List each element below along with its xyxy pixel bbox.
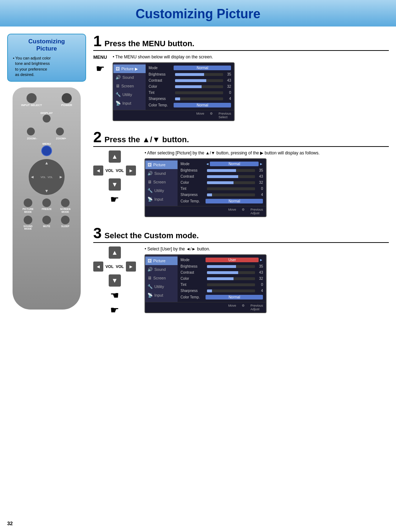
nav-up-arrow[interactable]: ▲ [44, 160, 49, 166]
step1-right: • The MENU shown below will display on t… [113, 54, 389, 121]
zoom-plus-button[interactable] [56, 128, 64, 135]
menu-group: MENU [18, 142, 76, 157]
step2-contrast-value: 43 [256, 174, 263, 178]
menu-item-utility-3[interactable]: 🔧Utility [145, 282, 178, 291]
step3-brightness-value: 35 [256, 264, 263, 268]
zoom-minus-button[interactable] [27, 128, 35, 135]
picture-icon-2: 🖼 [147, 162, 152, 167]
step3-down-btn[interactable]: ▼ [109, 274, 121, 287]
freeze-group: FREEZE [38, 198, 55, 213]
step2-sharpness-bar [207, 193, 255, 196]
sound-mode-label: SOUND MODE [20, 225, 36, 230]
step3-up-btn[interactable]: ▲ [109, 246, 121, 259]
mute-button[interactable] [42, 216, 51, 224]
step1-colortemp-label: Color Temp. [148, 103, 174, 107]
step1-colortemp-value: Normal [174, 103, 231, 107]
step3-color-row: Color 32 [178, 275, 266, 282]
step3-colortemp-row: Color Temp. Normal [178, 294, 266, 301]
sleep-button[interactable] [61, 216, 70, 224]
step2-up-btn[interactable]: ▲ [109, 150, 121, 163]
power-label: POWER [61, 104, 72, 107]
remote-control: INPUT SELECT POWER DISPLAY ZOOM– [13, 87, 81, 310]
step3-hand-right-icon: ☛ [110, 304, 119, 316]
menu-item-sound-1[interactable]: 🔊Sound [113, 73, 146, 82]
step2-left-arrow: ◄ [206, 162, 209, 166]
menu-item-picture-1[interactable]: 🖼Picture ▶ [113, 64, 146, 73]
menu-item-input-1[interactable]: 📡Input [113, 99, 146, 107]
step3-vol-right[interactable]: ► [126, 262, 136, 272]
menu-item-sound-2[interactable]: 🔊Sound [145, 169, 178, 178]
step1-menu-right: Mode Normal Brightness 35 Contrast [146, 63, 234, 110]
step1-sharpness-value: 4 [225, 97, 231, 101]
nav-left-arrow[interactable]: ◄ [30, 174, 34, 179]
nav-down-arrow[interactable]: ▼ [44, 188, 49, 193]
power-button[interactable] [62, 93, 72, 103]
sound-mode-button[interactable] [24, 216, 32, 224]
menu-item-screen-3[interactable]: 🖥Screen [145, 274, 178, 282]
step2-vol-left[interactable]: ◄ [93, 166, 103, 176]
display-button[interactable] [43, 115, 51, 123]
step2-color-bar [207, 181, 255, 184]
step2-colortemp-value: Normal [206, 199, 263, 203]
menu-item-picture-2[interactable]: 🖼Picture [145, 160, 178, 169]
sound-icon-3: 🔊 [147, 267, 153, 272]
step2-tint-row: Tint 0 [178, 186, 266, 192]
menu-item-utility-1[interactable]: 🔧Utility [113, 90, 146, 99]
step1-sharpness-bar [175, 97, 223, 100]
step1-tint-row: Tint 0 [146, 90, 234, 96]
step2-nav-diagram: ▲ ◄ VOL VOL ► ▼ ☛ [93, 150, 136, 205]
step3-brightness-label: Brightness [180, 264, 206, 268]
picture-mode-button[interactable] [24, 198, 32, 207]
step2-vol-right[interactable]: ► [126, 166, 136, 176]
step2-footer: Move ⚙ PreviousAdjust [145, 206, 266, 216]
step3-menu-left: 🖼Picture 🔊Sound 🖥Screen 🔧Utility 📡Input [145, 255, 178, 302]
step2-menu-left: 🖼Picture 🔊Sound 🖥Screen 🔧Utility 📡Input [145, 159, 178, 206]
customizing-box: CustomizingPicture • You can adjust colo… [7, 34, 86, 82]
menu-item-input-2[interactable]: 📡Input [145, 195, 178, 203]
step3-brightness-bar [207, 265, 255, 268]
freeze-button[interactable] [42, 198, 51, 207]
step3-sharpness-row: Sharpness 4 [178, 288, 266, 294]
step3-header: 3 Select the Custom mode. [93, 226, 389, 243]
menu-item-screen-1[interactable]: 🖥Screen [113, 82, 146, 90]
screen-icon-2: 🖥 [147, 179, 152, 184]
step1-brightness-label: Brightness [148, 72, 174, 76]
step1-number: 1 [93, 34, 102, 49]
step1-footer-move: Move [196, 112, 204, 119]
menu-item-picture-3[interactable]: 🖼Picture [145, 257, 178, 265]
menu-item-utility-2[interactable]: 🔧Utility [145, 186, 178, 195]
step3-vol-left[interactable]: ◄ [93, 262, 103, 272]
step3-contrast-row: Contrast 43 [178, 269, 266, 275]
step3-footer-action: PreviousAdjust [250, 304, 263, 311]
picture-mode-label: PICTURE MODE [20, 208, 36, 213]
step1-brightness-row: Brightness 35 [146, 71, 234, 77]
nav-right-arrow[interactable]: ► [59, 174, 63, 179]
step2-down-btn[interactable]: ▼ [109, 178, 121, 191]
step1-tint-label: Tint [148, 91, 174, 95]
menu-item-sound-3[interactable]: 🔊Sound [145, 265, 178, 274]
step3-vol-label-right: VOL [116, 264, 124, 269]
sleep-label: SLEEP [61, 225, 70, 228]
input-icon-2: 📡 [147, 197, 153, 202]
step1-color-label: Color [148, 85, 174, 88]
step3-menu-inner: 🖼Picture 🔊Sound 🖥Screen 🔧Utility 📡Input … [145, 255, 266, 302]
menu-item-input-3[interactable]: 📡Input [145, 291, 178, 299]
step1-contrast-row: Contrast 43 [146, 77, 234, 83]
step1-diagram: MENU ☛ [93, 54, 107, 75]
step2-title: Press the ▲/▼ button. [104, 135, 189, 144]
menu-button[interactable] [41, 145, 52, 156]
input-icon-1: 📡 [116, 101, 121, 106]
screen-icon-1: 🖥 [116, 83, 120, 88]
screen-mode-button[interactable] [61, 198, 70, 207]
step2-header: 2 Press the ▲/▼ button. [93, 130, 389, 147]
utility-icon-2: 🔧 [147, 188, 153, 193]
sleep-group: SLEEP [57, 216, 74, 230]
step2-contrast-label: Contrast [180, 174, 206, 178]
menu-item-screen-2[interactable]: 🖥Screen [145, 178, 178, 186]
page-header: Customizing Picture [0, 0, 396, 27]
menu-label: MENU [18, 142, 76, 145]
step1-title: Press the MENU button. [104, 39, 194, 48]
input-select-button[interactable] [27, 93, 37, 103]
step2-mode-label: Mode [180, 162, 206, 166]
step2-contrast-row: Contrast 43 [178, 173, 266, 179]
